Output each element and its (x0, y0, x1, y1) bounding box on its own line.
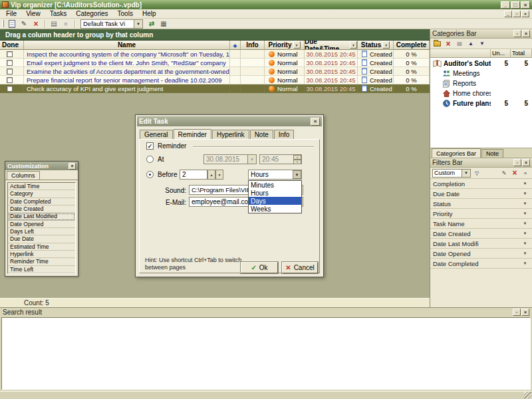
priority-filter-button[interactable] (293, 41, 301, 49)
dialog-titlebar[interactable]: Edit Task (137, 116, 322, 126)
mdi-minimize-button[interactable] (504, 11, 512, 17)
table-row[interactable]: Prepare financial report for senior mana… (0, 76, 430, 84)
search-float-button[interactable] (513, 309, 521, 316)
tree-item-reports[interactable]: Reports (430, 78, 532, 88)
tab-info[interactable]: Info (274, 130, 295, 139)
resize-grip[interactable] (524, 392, 531, 398)
edit-filter-icon[interactable] (499, 169, 509, 178)
search-close-button[interactable] (521, 309, 529, 316)
tree-item-meetings[interactable]: Meetings (430, 68, 532, 78)
task-checkbox[interactable] (7, 60, 13, 66)
due-filter-button[interactable] (350, 41, 357, 49)
table-row-selected[interactable]: Check accuracy of KPI and give expert ju… (0, 84, 430, 93)
chevron-down-icon[interactable] (134, 20, 142, 28)
spin-down-button[interactable] (215, 170, 223, 180)
header-priority[interactable]: Priority (265, 41, 305, 50)
task-checkbox[interactable] (7, 77, 13, 83)
chevron-down-icon[interactable] (293, 170, 301, 179)
filter-preset-combo[interactable]: Custom (432, 169, 471, 178)
chevron-down-icon[interactable] (521, 219, 529, 228)
chevron-down-icon[interactable] (521, 180, 529, 188)
mdi-close-button[interactable] (521, 11, 529, 17)
unit-option-hours[interactable]: Hours (249, 189, 301, 197)
column-item[interactable]: Reminder Time (8, 258, 75, 265)
task-checkbox[interactable] (7, 68, 13, 74)
chevron-down-icon[interactable] (521, 229, 529, 238)
column-item[interactable]: Due Date (8, 235, 75, 243)
tree-item-auditors-solution[interactable]: Auditor's Solution 5 5 (430, 59, 532, 68)
column-item[interactable]: Days Left (8, 228, 75, 235)
more-filters-icon[interactable] (521, 169, 530, 178)
ok-button[interactable]: ✓ Ok (241, 262, 278, 273)
new-task-icon[interactable] (7, 19, 17, 29)
before-radio[interactable] (146, 171, 154, 178)
spin-up-icon[interactable] (293, 155, 301, 160)
filter-field-completion[interactable]: Completion (430, 179, 532, 189)
chevron-down-icon[interactable] (521, 249, 529, 258)
column-item[interactable]: Actual Time (8, 183, 75, 190)
chevron-down-icon[interactable] (521, 259, 529, 268)
menu-tasks[interactable]: Tasks (45, 9, 72, 18)
header-info[interactable]: Info (241, 41, 265, 50)
at-time-spinner[interactable]: 20:45 (259, 154, 302, 164)
tab-hyperlink[interactable]: Hyperlink (212, 130, 249, 139)
header-status[interactable]: Status (358, 41, 394, 50)
print-icon[interactable] (49, 19, 59, 29)
header-complete[interactable]: Complete (394, 41, 430, 50)
before-value-input[interactable]: 2 (180, 170, 207, 180)
task-checkbox[interactable] (7, 51, 13, 57)
filters-float-button[interactable] (513, 159, 521, 166)
status-filter-button[interactable] (382, 41, 390, 49)
task-view-combo[interactable]: Default Task Vi (80, 19, 143, 29)
move-down-icon[interactable] (477, 39, 487, 48)
header-name[interactable]: Name (24, 41, 230, 50)
find-icon[interactable] (61, 19, 71, 29)
at-date-combo[interactable]: 30.08.2015 (203, 154, 257, 164)
header-due[interactable]: Due Date&Time (305, 41, 358, 50)
delete-category-icon[interactable] (444, 39, 453, 48)
categories-float-button[interactable] (513, 30, 521, 37)
chevron-down-icon[interactable] (462, 170, 470, 177)
column-item[interactable]: Date Created (8, 205, 75, 213)
tree-item-home-chores[interactable]: Home chores (430, 88, 532, 98)
customization-close-button[interactable] (68, 163, 76, 170)
column-item[interactable]: Date Completed (8, 198, 75, 205)
column-total[interactable]: Total (511, 49, 532, 57)
filter-field-status[interactable]: Status (430, 199, 532, 209)
filter-field-priority[interactable]: Priority (430, 209, 532, 219)
cancel-button[interactable]: ✕ Cancel (282, 262, 318, 273)
time-updown[interactable] (293, 155, 301, 164)
move-up-icon[interactable] (466, 39, 475, 48)
tab-general[interactable]: General (140, 130, 173, 139)
menu-view[interactable]: View (21, 9, 45, 18)
maximize-button[interactable] (511, 1, 520, 9)
filters-close-button[interactable] (522, 159, 530, 166)
customization-titlebar[interactable]: Customization (5, 162, 78, 170)
delete-filter-icon[interactable] (510, 169, 519, 178)
edit-task-icon[interactable] (19, 19, 29, 29)
refresh-icon[interactable] (146, 19, 157, 29)
column-item[interactable]: Estimated Time (8, 243, 75, 251)
tab-note[interactable]: Note (250, 130, 273, 139)
minimize-button[interactable] (501, 1, 510, 9)
chevron-down-icon[interactable] (521, 209, 529, 218)
tab-categories-bar[interactable]: Categories Bar (432, 148, 481, 158)
column-item[interactable]: Category (8, 190, 75, 198)
header-attachment[interactable] (230, 41, 241, 50)
chevron-down-icon[interactable] (521, 190, 529, 198)
menu-tools[interactable]: Tools (113, 9, 138, 18)
unit-combo[interactable]: Hours (248, 170, 302, 180)
filter-field-date-created[interactable]: Date Created (430, 229, 532, 239)
column-unread[interactable]: Un... (491, 49, 511, 57)
tab-columns[interactable]: Columns (7, 171, 40, 180)
column-item[interactable]: Date Opened (8, 221, 75, 228)
chevron-down-icon[interactable] (521, 200, 529, 208)
tab-reminder[interactable]: Reminder (174, 129, 211, 139)
menu-help[interactable]: Help (138, 9, 161, 18)
menu-categories[interactable]: Categories (71, 9, 112, 18)
unit-option-days[interactable]: Days (249, 197, 301, 205)
column-item[interactable]: Hyperlink (8, 251, 75, 258)
unit-option-minutes[interactable]: Minutes (249, 181, 301, 189)
menu-file[interactable]: File (1, 9, 21, 18)
category-properties-icon[interactable] (455, 39, 464, 48)
